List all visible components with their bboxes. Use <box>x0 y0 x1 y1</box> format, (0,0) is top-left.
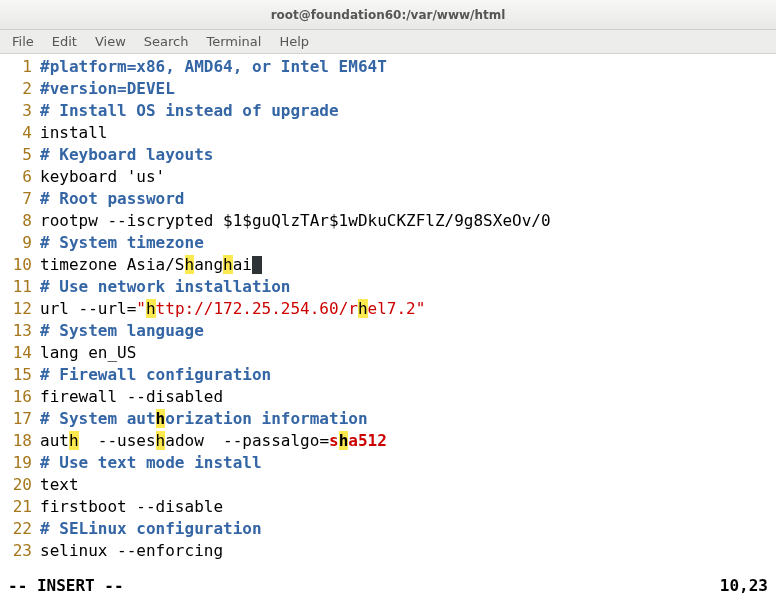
line-number: 21 <box>0 496 40 518</box>
code-token: # SELinux configuration <box>40 519 262 538</box>
editor-line[interactable]: 23selinux --enforcing <box>0 540 776 562</box>
line-number: 15 <box>0 364 40 386</box>
line-number: 12 <box>0 298 40 320</box>
editor-line[interactable]: 4install <box>0 122 776 144</box>
editor-line[interactable]: 5# Keyboard layouts <box>0 144 776 166</box>
line-number: 7 <box>0 188 40 210</box>
menu-help[interactable]: Help <box>271 32 317 51</box>
line-code[interactable]: auth --useshadow --passalgo=sha512 <box>40 430 776 452</box>
line-number: 22 <box>0 518 40 540</box>
line-code[interactable]: install <box>40 122 776 144</box>
editor-line[interactable]: 3# Install OS instead of upgrade <box>0 100 776 122</box>
title-bar: root@foundation60:/var/www/html <box>0 0 776 30</box>
line-code[interactable]: # System timezone <box>40 232 776 254</box>
editor-line[interactable]: 6keyboard 'us' <box>0 166 776 188</box>
menu-view[interactable]: View <box>87 32 134 51</box>
line-code[interactable]: lang en_US <box>40 342 776 364</box>
line-number: 19 <box>0 452 40 474</box>
line-code[interactable]: # Root password <box>40 188 776 210</box>
code-token: # Use network installation <box>40 277 290 296</box>
code-token: selinux --enforcing <box>40 541 223 560</box>
code-token: ttp://172.25.254.60/r <box>156 299 358 318</box>
menu-bar: File Edit View Search Terminal Help <box>0 30 776 54</box>
editor-line[interactable]: 15# Firewall configuration <box>0 364 776 386</box>
status-bar: -- INSERT -- 10,23 <box>0 574 776 596</box>
code-token: aut <box>40 431 69 450</box>
editor-line[interactable]: 1#platform=x86, AMD64, or Intel EM64T <box>0 56 776 78</box>
code-token: keyboard 'us' <box>40 167 165 186</box>
code-token: # Firewall configuration <box>40 365 271 384</box>
editor-line[interactable]: 9# System timezone <box>0 232 776 254</box>
code-token: h <box>69 431 79 450</box>
line-code[interactable]: rootpw --iscrypted $1$guQlzTAr$1wDkuCKZF… <box>40 210 776 232</box>
editor-line[interactable]: 11# Use network installation <box>0 276 776 298</box>
line-code[interactable]: # Use text mode install <box>40 452 776 474</box>
line-number: 13 <box>0 320 40 342</box>
line-code[interactable]: url --url="http://172.25.254.60/rhel7.2" <box>40 298 776 320</box>
menu-edit[interactable]: Edit <box>44 32 85 51</box>
editor-line[interactable]: 17# System authorization information <box>0 408 776 430</box>
line-code[interactable]: #version=DEVEL <box>40 78 776 100</box>
editor-line[interactable]: 10timezone Asia/Shanghai <box>0 254 776 276</box>
code-token: # Root password <box>40 189 185 208</box>
editor-line[interactable]: 18auth --useshadow --passalgo=sha512 <box>0 430 776 452</box>
code-token: h <box>185 255 195 274</box>
line-code[interactable]: keyboard 'us' <box>40 166 776 188</box>
line-code[interactable]: firewall --disabled <box>40 386 776 408</box>
code-token: orization information <box>165 409 367 428</box>
line-number: 16 <box>0 386 40 408</box>
code-token: a512 <box>348 431 387 450</box>
line-code[interactable]: # Firewall configuration <box>40 364 776 386</box>
menu-search[interactable]: Search <box>136 32 197 51</box>
line-code[interactable]: #platform=x86, AMD64, or Intel EM64T <box>40 56 776 78</box>
line-number: 14 <box>0 342 40 364</box>
editor-line[interactable]: 8rootpw --iscrypted $1$guQlzTAr$1wDkuCKZ… <box>0 210 776 232</box>
line-code[interactable]: # Keyboard layouts <box>40 144 776 166</box>
code-token: h <box>156 431 166 450</box>
menu-file[interactable]: File <box>4 32 42 51</box>
code-token: firstboot --disable <box>40 497 223 516</box>
editor-line[interactable]: 20text <box>0 474 776 496</box>
code-token: " <box>136 299 146 318</box>
code-token: --uses <box>79 431 156 450</box>
editor-line[interactable]: 13# System language <box>0 320 776 342</box>
code-token: # Use text mode install <box>40 453 262 472</box>
line-number: 6 <box>0 166 40 188</box>
editor-line[interactable]: 21firstboot --disable <box>0 496 776 518</box>
line-code[interactable]: firstboot --disable <box>40 496 776 518</box>
code-token: adow --passalgo= <box>165 431 329 450</box>
code-token: # Keyboard layouts <box>40 145 213 164</box>
cursor-position: 10,23 <box>720 576 768 595</box>
line-number: 23 <box>0 540 40 562</box>
line-number: 11 <box>0 276 40 298</box>
text-editor[interactable]: 1#platform=x86, AMD64, or Intel EM64T2#v… <box>0 54 776 574</box>
editor-line[interactable]: 12url --url="http://172.25.254.60/rhel7.… <box>0 298 776 320</box>
line-code[interactable]: # System authorization information <box>40 408 776 430</box>
code-token: h <box>358 299 368 318</box>
code-token: timezone Asia/S <box>40 255 185 274</box>
editor-line[interactable]: 16firewall --disabled <box>0 386 776 408</box>
line-code[interactable]: # Install OS instead of upgrade <box>40 100 776 122</box>
code-token: el7.2" <box>368 299 426 318</box>
line-code[interactable]: selinux --enforcing <box>40 540 776 562</box>
code-token: h <box>146 299 156 318</box>
editor-line[interactable]: 2#version=DEVEL <box>0 78 776 100</box>
line-number: 8 <box>0 210 40 232</box>
line-code[interactable]: # Use network installation <box>40 276 776 298</box>
line-code[interactable]: text <box>40 474 776 496</box>
code-token: install <box>40 123 107 142</box>
menu-terminal[interactable]: Terminal <box>198 32 269 51</box>
line-number: 3 <box>0 100 40 122</box>
code-token: firewall --disabled <box>40 387 223 406</box>
editor-line[interactable]: 19# Use text mode install <box>0 452 776 474</box>
line-code[interactable]: # SELinux configuration <box>40 518 776 540</box>
code-token: ai <box>233 255 252 274</box>
editor-line[interactable]: 14lang en_US <box>0 342 776 364</box>
line-number: 20 <box>0 474 40 496</box>
line-code[interactable]: # System language <box>40 320 776 342</box>
line-code[interactable]: timezone Asia/Shanghai <box>40 254 776 276</box>
editor-line[interactable]: 7# Root password <box>0 188 776 210</box>
code-token: h <box>223 255 233 274</box>
editor-line[interactable]: 22# SELinux configuration <box>0 518 776 540</box>
code-token: # Install OS instead of upgrade <box>40 101 339 120</box>
